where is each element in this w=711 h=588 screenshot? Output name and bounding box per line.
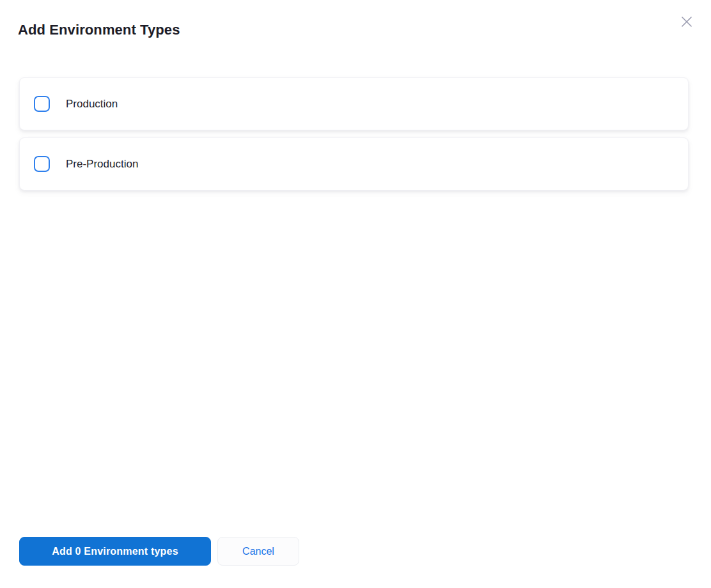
dialog-title: Add Environment Types (18, 22, 180, 38)
list-item-production[interactable]: Production (19, 77, 689, 130)
add-environment-types-dialog: Add Environment Types Production Pre-Pro… (0, 0, 711, 588)
add-environment-types-button[interactable]: Add 0 Environment types (19, 537, 211, 566)
pre-production-checkbox[interactable] (34, 156, 50, 172)
dialog-footer: Add 0 Environment types Cancel (19, 537, 299, 566)
close-icon (679, 14, 694, 29)
close-button[interactable] (678, 13, 696, 31)
environment-type-list: Production Pre-Production (19, 77, 689, 190)
cancel-button[interactable]: Cancel (217, 537, 299, 566)
list-item-label: Production (66, 98, 118, 111)
list-item-pre-production[interactable]: Pre-Production (19, 137, 689, 190)
production-checkbox[interactable] (34, 96, 50, 112)
list-item-label: Pre-Production (66, 158, 138, 171)
